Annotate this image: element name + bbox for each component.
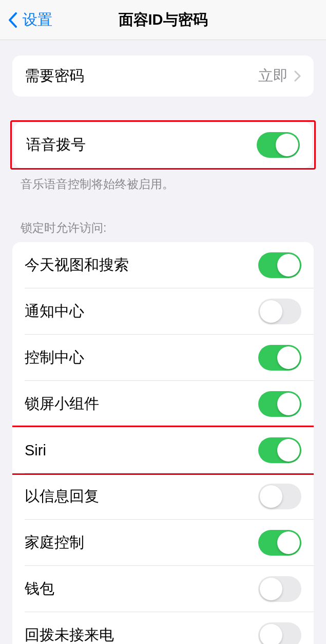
voice-dial-toggle[interactable] [257,132,300,158]
require-passcode-value: 立即 [258,66,288,86]
page-title: 面容ID与密码 [119,10,208,30]
lock-access-item-label: 通知中心 [25,301,84,322]
lock-access-row: 以信息回复 [12,473,314,520]
nav-bar: 设置 面容ID与密码 [0,0,326,40]
voice-dial-highlight: 语音拨号 [10,120,316,170]
lock-access-toggle[interactable] [258,437,301,463]
lock-access-toggle[interactable] [258,345,301,371]
lock-access-row: 家庭控制 [12,520,314,566]
lock-access-item-label: 家庭控制 [25,532,84,553]
lock-access-toggle[interactable] [258,252,301,278]
lock-access-toggle[interactable] [258,391,301,417]
lock-access-item-label: 控制中心 [25,347,84,368]
lock-access-item-label: 以信息回复 [25,486,99,507]
lock-access-item-label: 今天视图和搜索 [25,255,129,275]
lock-access-toggle[interactable] [258,622,301,644]
lock-access-toggle[interactable] [258,299,301,324]
lock-access-row: Siri [12,427,314,473]
lock-access-row: 回拨未接来电 [12,612,314,644]
lock-access-item-label: 锁屏小组件 [25,394,99,414]
lock-access-row: 控制中心 [12,335,314,381]
lock-access-row: 通知中心 [12,288,314,335]
lock-access-header: 锁定时允许访问: [0,208,326,242]
lock-access-toggle[interactable] [258,576,301,602]
voice-dial-label: 语音拨号 [26,135,86,155]
require-passcode-label: 需要密码 [25,66,84,86]
require-passcode-row[interactable]: 需要密码 立即 [12,56,314,97]
chevron-left-icon [8,12,17,28]
lock-access-toggle[interactable] [258,484,301,509]
lock-access-item-label: Siri [25,442,46,459]
back-label: 设置 [23,10,52,30]
chevron-right-icon [294,70,301,82]
back-button[interactable]: 设置 [8,10,52,30]
lock-access-row: 今天视图和搜索 [12,242,314,288]
lock-access-item-label: 回拨未接来电 [25,625,114,644]
lock-access-row: 锁屏小组件 [12,381,314,427]
lock-access-group: 今天视图和搜索通知中心控制中心锁屏小组件Siri以信息回复家庭控制钱包回拨未接来… [12,242,314,644]
lock-access-item-label: 钱包 [25,579,54,599]
lock-access-toggle[interactable] [258,530,301,556]
voice-dial-row: 语音拨号 [14,122,312,168]
voice-dial-footer: 音乐语音控制将始终被启用。 [0,170,326,192]
lock-access-row: 钱包 [12,566,314,612]
